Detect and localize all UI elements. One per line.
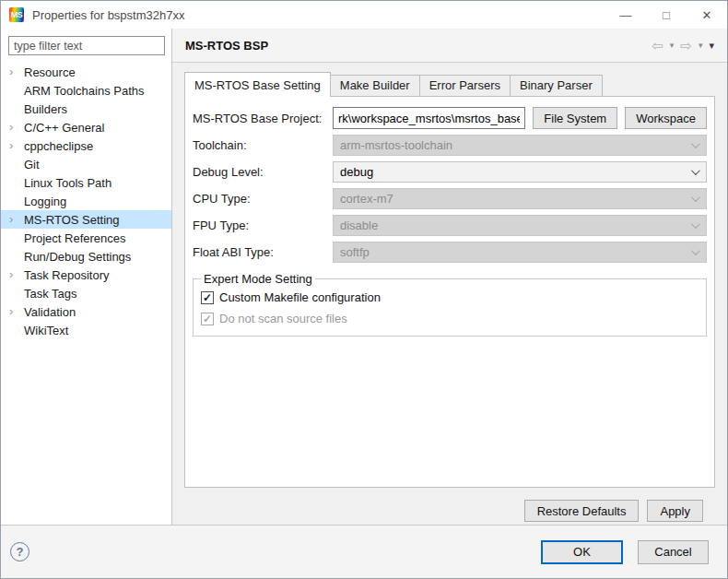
- maximize-icon: □: [663, 8, 670, 22]
- app-icon: MS: [9, 7, 24, 22]
- toolchain-value: arm-msrtos-toolchain: [340, 138, 452, 152]
- debug-level-row: Debug Level: debug: [193, 160, 707, 183]
- chevron-down-icon: [691, 219, 700, 229]
- fpu-type-select: disable: [333, 215, 707, 236]
- properties-dialog: MS Properties for bspstm32h7xx — □ ✕ › R…: [0, 0, 728, 579]
- help-icon[interactable]: ?: [10, 542, 29, 561]
- tab-ms-rtos-base-setting[interactable]: MS-RTOS Base Setting: [184, 72, 331, 97]
- sidebar-item-builders[interactable]: Builders: [1, 100, 171, 118]
- chevron-down-icon: [691, 139, 700, 148]
- apply-button[interactable]: Apply: [647, 500, 703, 522]
- debug-level-value: debug: [340, 165, 373, 179]
- tab-make-builder[interactable]: Make Builder: [330, 75, 420, 96]
- debug-level-label: Debug Level:: [193, 165, 333, 179]
- expert-mode-group: Expert Mode Setting ✓ Custom Makefile co…: [193, 272, 707, 337]
- fpu-type-value: disable: [340, 219, 378, 232]
- cpu-type-label: CPU Type:: [193, 192, 333, 206]
- minimize-icon: —: [620, 8, 632, 22]
- toolchain-label: Toolchain:: [193, 138, 333, 152]
- page-header: MS-RTOS BSP ⇦ ▾ ⇨ ▾ ▾: [172, 29, 727, 63]
- sidebar: › Resource ARM Toolchains Paths Builders…: [1, 29, 172, 525]
- fpu-type-label: FPU Type:: [193, 219, 333, 232]
- base-project-label: MS-RTOS Base Project:: [193, 112, 333, 125]
- panel-actions: Restore Defaults Apply: [184, 488, 715, 522]
- sidebar-item-ms-rtos-setting[interactable]: › MS-RTOS Setting: [1, 210, 171, 229]
- forward-arrow-icon[interactable]: ⇨: [680, 39, 692, 53]
- dialog-button-bar: ? OK Cancel: [1, 525, 727, 578]
- sidebar-item-resource[interactable]: › Resource: [1, 63, 171, 81]
- sidebar-item-c-cpp-general[interactable]: › C/C++ General: [1, 118, 171, 136]
- cpu-type-value: cortex-m7: [340, 192, 393, 206]
- sidebar-item-validation[interactable]: › Validation: [1, 302, 171, 321]
- base-project-row: MS-RTOS Base Project: File System Worksp…: [193, 107, 707, 129]
- custom-makefile-label: Custom Makefile configuration: [219, 290, 381, 304]
- sidebar-item-logging[interactable]: Logging: [1, 192, 171, 210]
- tab-folder: MS-RTOS Base Setting Make Builder Error …: [172, 63, 727, 525]
- sidebar-item-linux-tools-path[interactable]: Linux Tools Path: [1, 173, 171, 192]
- sidebar-item-wikitext[interactable]: WikiText: [1, 321, 171, 339]
- content-area: MS-RTOS BSP ⇦ ▾ ⇨ ▾ ▾ MS-RTOS Base Setti…: [172, 29, 727, 525]
- float-abi-select: softfp: [333, 242, 707, 263]
- filter-input[interactable]: [8, 36, 165, 55]
- debug-level-select[interactable]: debug: [333, 161, 707, 183]
- cpu-type-select: cortex-m7: [333, 188, 707, 209]
- forward-dropdown-icon[interactable]: ▾: [699, 41, 703, 50]
- toolchain-select: arm-msrtos-toolchain: [333, 135, 707, 156]
- page-title: MS-RTOS BSP: [185, 39, 268, 53]
- custom-makefile-checkbox-row[interactable]: ✓ Custom Makefile configuration: [201, 287, 699, 308]
- properties-tree: › Resource ARM Toolchains Paths Builders…: [1, 63, 171, 339]
- sidebar-item-arm-toolchains-paths[interactable]: ARM Toolchains Paths: [1, 81, 171, 100]
- sidebar-item-git[interactable]: Git: [1, 155, 171, 173]
- sidebar-item-cppcheclipse[interactable]: › cppcheclipse: [1, 136, 171, 155]
- chevron-down-icon: [691, 246, 700, 255]
- checkbox-checked-icon[interactable]: ✓: [201, 291, 214, 304]
- header-toolbar: ⇦ ▾ ⇨ ▾ ▾: [652, 39, 714, 53]
- sidebar-item-task-repository[interactable]: › Task Repository: [1, 266, 171, 284]
- chevron-right-icon[interactable]: ›: [9, 118, 24, 136]
- tab-error-parsers[interactable]: Error Parsers: [419, 75, 511, 96]
- float-abi-row: Float ABI Type: softfp: [193, 241, 707, 263]
- no-scan-source-label: Do not scan source files: [219, 312, 347, 325]
- cancel-button[interactable]: Cancel: [638, 540, 709, 564]
- chevron-right-icon[interactable]: ›: [9, 210, 24, 229]
- float-abi-value: softfp: [340, 245, 370, 259]
- workspace-button[interactable]: Workspace: [625, 107, 707, 129]
- window-title: Properties for bspstm32h7xx: [32, 8, 605, 22]
- back-dropdown-icon[interactable]: ▾: [670, 41, 675, 50]
- chevron-right-icon[interactable]: ›: [9, 302, 24, 321]
- cpu-type-row: CPU Type: cortex-m7: [193, 187, 707, 209]
- ok-button[interactable]: OK: [541, 540, 623, 564]
- chevron-right-icon[interactable]: ›: [9, 63, 24, 81]
- no-scan-source-checkbox-row: ✓ Do not scan source files: [201, 308, 699, 329]
- sidebar-item-task-tags[interactable]: Task Tags: [1, 284, 171, 302]
- chevron-down-icon: [691, 166, 700, 175]
- checkbox-checked-disabled-icon: ✓: [201, 313, 214, 325]
- tab-binary-parser[interactable]: Binary Parser: [510, 75, 603, 96]
- chevron-down-icon: [691, 193, 700, 202]
- chevron-right-icon[interactable]: ›: [9, 266, 24, 284]
- float-abi-label: Float ABI Type:: [193, 245, 333, 259]
- expert-mode-legend: Expert Mode Setting: [201, 272, 315, 286]
- sidebar-item-run-debug-settings[interactable]: Run/Debug Settings: [1, 247, 171, 266]
- maximize-button[interactable]: □: [646, 1, 687, 29]
- title-bar: MS Properties for bspstm32h7xx — □ ✕: [1, 1, 727, 29]
- sidebar-item-project-references[interactable]: Project References: [1, 229, 171, 247]
- back-arrow-icon[interactable]: ⇦: [652, 39, 663, 53]
- minimize-button[interactable]: —: [605, 1, 646, 29]
- restore-defaults-button[interactable]: Restore Defaults: [524, 500, 640, 522]
- close-icon: ✕: [702, 8, 712, 22]
- file-system-button[interactable]: File System: [533, 107, 617, 129]
- base-project-input[interactable]: [333, 107, 525, 129]
- chevron-right-icon[interactable]: ›: [9, 136, 24, 155]
- tab-content-panel: MS-RTOS Base Project: File System Worksp…: [184, 96, 715, 488]
- tab-bar: MS-RTOS Base Setting Make Builder Error …: [184, 72, 715, 96]
- dialog-body: › Resource ARM Toolchains Paths Builders…: [1, 29, 727, 525]
- fpu-type-row: FPU Type: disable: [193, 214, 707, 236]
- toolchain-row: Toolchain: arm-msrtos-toolchain: [193, 134, 707, 156]
- view-menu-icon[interactable]: ▾: [709, 41, 714, 51]
- close-button[interactable]: ✕: [687, 1, 727, 29]
